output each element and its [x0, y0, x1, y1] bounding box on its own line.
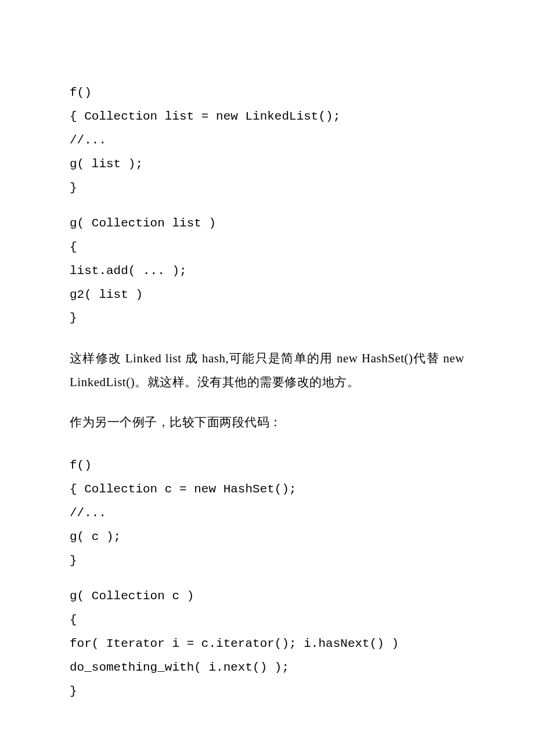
- code-block-3: f() { Collection c = new HashSet(); //..…: [70, 454, 464, 573]
- document-page: f() { Collection list = new LinkedList()…: [0, 0, 534, 756]
- paragraph-2: 作为另一个例子，比较下面两段代码：: [70, 411, 464, 434]
- code-block-1: f() { Collection list = new LinkedList()…: [70, 81, 464, 200]
- paragraph-1: 这样修改 Linked list 成 hash,可能只是简单的用 new Has…: [70, 347, 464, 394]
- code-block-4: g( Collection c ) { for( Iterator i = c.…: [70, 585, 464, 704]
- code-block-2: g( Collection list ) { list.add( ... ); …: [70, 212, 464, 331]
